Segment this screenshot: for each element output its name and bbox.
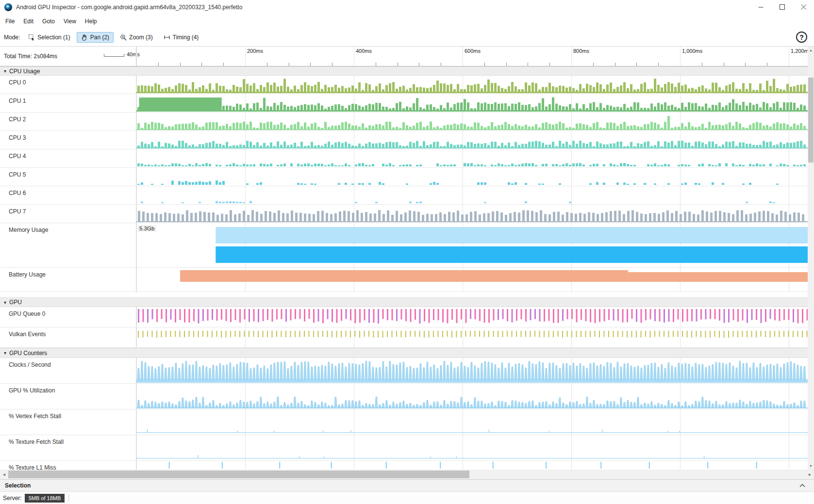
track-chart-texture-fetch-stall[interactable] <box>136 435 808 460</box>
menu-view[interactable]: View <box>59 16 81 27</box>
track-label-cell: GPU % Utilization <box>0 384 136 409</box>
track-label: Vulkan Events <box>9 331 46 338</box>
track-chart-gpu-utilization[interactable] <box>136 384 808 409</box>
help-button[interactable]: ? <box>796 32 807 43</box>
ruler-minor-tick <box>332 63 332 66</box>
ruler-minor-tick <box>724 63 724 66</box>
track-label-cell: CPU 5 <box>0 168 136 186</box>
track-label: GPU Queue 0 <box>9 310 45 317</box>
mode-pan-button[interactable]: Pan (2) <box>77 32 114 43</box>
zoom-icon <box>120 34 127 41</box>
window-controls <box>750 0 814 15</box>
chart-canvas <box>136 131 808 149</box>
track-chart-cpu-6[interactable] <box>136 186 808 204</box>
ruler-minor-tick <box>267 63 267 66</box>
track-label-cell: Battery Usage <box>0 268 136 292</box>
ruler-tick-label: 200ms <box>247 48 263 54</box>
section-label: CPU Usage <box>9 68 40 75</box>
track-chart-battery-usage[interactable] <box>136 268 808 292</box>
scroll-up-arrow-icon[interactable]: ▲ <box>808 47 814 54</box>
scroll-left-arrow-icon[interactable]: ◄ <box>0 470 8 479</box>
track-row-memory-usage: Memory Usage5.3Gb <box>0 223 808 268</box>
section-gpu[interactable]: ▾GPU <box>0 297 808 307</box>
track-chart-cpu-1[interactable] <box>136 94 808 112</box>
close-button[interactable] <box>793 0 814 15</box>
chart-canvas <box>136 409 808 435</box>
chart-canvas <box>136 384 808 409</box>
mode-pan-label: Pan (2) <box>90 34 109 41</box>
menu-help[interactable]: Help <box>81 16 101 27</box>
section-gpu-counters[interactable]: ▾GPU Counters <box>0 348 808 358</box>
mode-selection-label: Selection (1) <box>37 34 70 41</box>
minimize-icon <box>758 4 764 11</box>
track-chart-texture-l1-miss[interactable] <box>136 461 808 470</box>
section-cpu-usage[interactable]: ▾CPU Usage <box>0 66 808 76</box>
horizontal-scrollbar[interactable]: ◄ ► <box>0 470 814 479</box>
status-bar: Server: 5MB of 18MB <box>0 491 814 504</box>
vertical-scrollbar[interactable]: ▲ ▼ <box>808 47 814 470</box>
ruler-minor-tick <box>745 63 746 66</box>
track-row-cpu-1: CPU 1 <box>0 94 808 113</box>
track-chart-vertex-fetch-stall[interactable] <box>136 409 808 435</box>
mode-selection-button[interactable]: Selection (1) <box>24 32 74 43</box>
maximize-button[interactable] <box>771 0 793 15</box>
track-spacer <box>0 292 808 297</box>
toolbar: Mode: Selection (1)Pan (2)Zoom (3)Timing… <box>0 28 814 47</box>
scroll-right-arrow-icon[interactable]: ► <box>806 470 814 479</box>
track-row-gpu-utilization: GPU % Utilization <box>0 384 808 409</box>
chart-canvas <box>136 223 808 267</box>
track-row-cpu-2: CPU 2 <box>0 113 808 131</box>
track-row-battery-usage: Battery Usage <box>0 268 808 292</box>
menu-goto[interactable]: Goto <box>38 16 59 27</box>
menu-file[interactable]: File <box>1 16 19 27</box>
track-chart-cpu-5[interactable] <box>136 168 808 186</box>
menu-bar: FileEditGotoViewHelp <box>0 15 814 28</box>
track-chart-memory-usage[interactable]: 5.3Gb <box>136 223 808 267</box>
ruler-minor-tick <box>593 63 594 66</box>
horizontal-scroll-thumb[interactable] <box>8 471 469 478</box>
scroll-down-arrow-icon[interactable]: ▼ <box>808 462 814 470</box>
track-label: % Vertex Fetch Stall <box>9 413 61 420</box>
chart-canvas <box>136 168 808 186</box>
ruler-minor-tick <box>310 63 311 66</box>
selection-panel-header[interactable]: Selection <box>0 479 814 491</box>
track-label-cell: Clocks / Second <box>0 358 136 383</box>
chart-canvas <box>136 76 808 94</box>
track-label: CPU 0 <box>9 79 26 86</box>
mode-timing-button[interactable]: Timing (4) <box>159 32 203 43</box>
track-chart-cpu-7[interactable] <box>136 205 808 223</box>
chart-canvas <box>136 186 808 204</box>
track-label-cell: Memory Usage <box>0 223 136 267</box>
close-icon <box>801 4 806 11</box>
track-chart-gpu-queue-0[interactable] <box>136 307 808 327</box>
chart-canvas <box>136 307 808 327</box>
track-row-clocks-second: Clocks / Second <box>0 358 808 384</box>
track-label: CPU 1 <box>9 98 26 104</box>
menu-edit[interactable]: Edit <box>19 16 38 27</box>
mode-zoom-button[interactable]: Zoom (3) <box>116 32 157 43</box>
track-row-vulkan-events: Vulkan Events <box>0 327 808 348</box>
track-label: CPU 5 <box>9 171 26 178</box>
ruler-minor-tick <box>158 63 159 66</box>
track-chart-cpu-2[interactable] <box>136 113 808 130</box>
chart-canvas <box>136 113 808 130</box>
status-divider <box>68 494 69 502</box>
track-chart-clocks-second[interactable] <box>136 358 808 383</box>
ruler-tick-label: 1,200ms <box>791 48 808 54</box>
expand-panel-chevron-icon[interactable] <box>799 484 805 488</box>
title-bar: Android GPU Inspector - com.google.andro… <box>0 0 814 15</box>
ruler-minor-tick <box>484 63 485 66</box>
ruler-minor-tick <box>180 63 181 66</box>
vertical-scroll-thumb[interactable] <box>808 78 814 163</box>
ruler-scale-area[interactable]: 200ms400ms600ms800ms1,000ms1,200ms <box>136 47 808 66</box>
track-chart-cpu-0[interactable] <box>136 76 808 94</box>
chart-canvas <box>136 268 808 292</box>
ruler-minor-tick <box>223 63 224 66</box>
track-label: CPU 7 <box>9 208 26 215</box>
minimize-button[interactable] <box>750 0 771 15</box>
track-chart-vulkan-events[interactable] <box>136 327 808 347</box>
track-label-cell: % Texture Fetch Stall <box>0 435 136 460</box>
track-chart-cpu-4[interactable] <box>136 149 808 167</box>
chart-canvas <box>136 149 808 167</box>
track-chart-cpu-3[interactable] <box>136 131 808 149</box>
